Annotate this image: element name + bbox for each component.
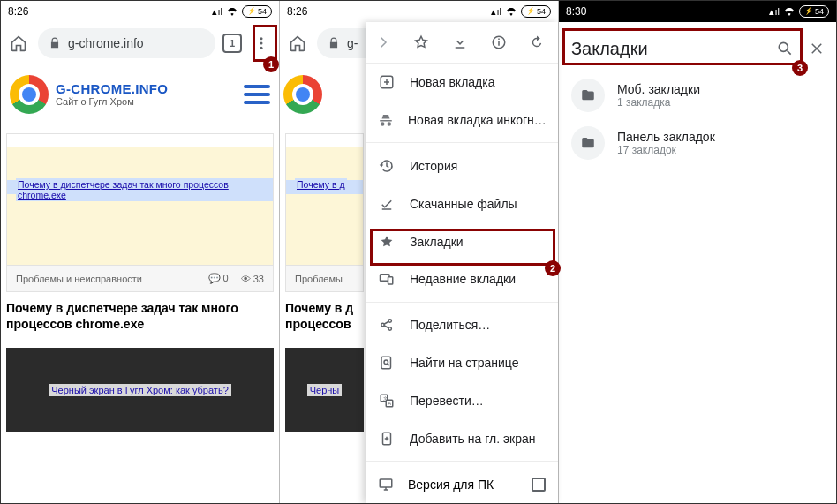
menu-history[interactable]: История — [366, 147, 558, 184]
status-bar: 8:26 ▴ıl 54 — [1, 1, 279, 22]
annotation-box-2 — [370, 229, 555, 266]
site-logo[interactable]: G-CHROME.INFO Сайт о Гугл Хром — [10, 75, 168, 114]
wifi-icon — [505, 7, 517, 16]
annotation-badge-3: 3 — [792, 60, 808, 76]
info-icon[interactable] — [491, 34, 510, 50]
status-time: 8:30 — [566, 5, 586, 18]
svg-rect-12 — [381, 357, 391, 369]
forward-icon[interactable] — [375, 34, 395, 50]
menu-new-tab[interactable]: Новая вкладка — [366, 64, 558, 102]
close-icon[interactable] — [804, 36, 829, 61]
article-card-2[interactable]: Черный экран в Гугл Хром: как убрать? — [6, 348, 274, 432]
share-icon — [378, 316, 396, 334]
site-subtitle: Сайт о Гугл Хром — [56, 96, 168, 108]
comments-icon: 💬 0 — [208, 273, 229, 284]
status-bar: 8:30 ▴ıl 54 — [559, 1, 836, 22]
url-bar[interactable]: g-chrome.info — [38, 28, 215, 58]
url-text: g- — [347, 36, 358, 50]
menu-share[interactable]: Поделиться… — [366, 306, 558, 344]
battery-icon: 54 — [242, 5, 272, 18]
article-card[interactable]: Почему в диспетчере задач так много проц… — [6, 133, 274, 292]
monitor-icon — [378, 477, 394, 493]
article-category: Проблемы и неисправности — [16, 274, 142, 284]
menu-incognito[interactable]: Новая вкладка инкогн… — [366, 102, 558, 139]
home-icon[interactable] — [285, 31, 310, 56]
folder-title: Моб. закладки — [617, 82, 700, 96]
menu-translate[interactable]: 文A Перевести… — [366, 381, 558, 419]
translate-icon: 文A — [378, 392, 396, 410]
site-menu-icon[interactable] — [244, 85, 270, 104]
signal-icon: ▴ıl — [212, 6, 222, 18]
battery-icon: 54 — [799, 5, 829, 18]
page-behind-menu: Почему в д Проблемы Почему в д процессов… — [280, 64, 366, 503]
chrome-logo-icon — [283, 75, 322, 114]
folder-icon — [571, 79, 605, 112]
chrome-logo-icon — [10, 75, 49, 114]
url-text: g-chrome.info — [68, 36, 144, 50]
chrome-toolbar: g-chrome.info 1 — [1, 22, 279, 64]
pane-step1: 8:26 ▴ıl 54 g-chrome.info 1 1 — [1, 1, 280, 503]
menu-toolbar — [366, 22, 558, 64]
star-icon[interactable] — [413, 34, 433, 50]
article-thumbnail: Почему в диспетчере задач так много проц… — [6, 133, 274, 266]
incognito-icon — [378, 111, 394, 129]
folder-subtitle: 17 закладок — [617, 144, 715, 156]
download-icon[interactable] — [452, 34, 471, 50]
find-icon — [378, 354, 396, 372]
menu-desktop-site[interactable]: Версия для ПК — [366, 465, 558, 503]
reload-icon[interactable] — [529, 34, 548, 50]
menu-find[interactable]: Найти на странице — [366, 344, 558, 382]
svg-rect-4 — [498, 41, 500, 45]
status-icons: ▴ıl 54 — [491, 5, 551, 18]
svg-point-10 — [388, 320, 391, 322]
battery-icon: 54 — [521, 5, 551, 18]
svg-rect-19 — [380, 479, 392, 487]
tab-switcher[interactable]: 1 — [222, 34, 242, 53]
site-title: G-CHROME.INFO — [56, 81, 168, 96]
lock-icon — [49, 37, 61, 49]
svg-point-11 — [388, 327, 391, 330]
status-icons: ▴ıl 54 — [769, 5, 829, 18]
status-time: 8:26 — [287, 5, 307, 18]
folder-subtitle: 1 закладка — [617, 96, 700, 109]
download-done-icon — [378, 195, 396, 213]
lock-icon — [328, 37, 340, 49]
status-time: 8:26 — [8, 5, 28, 18]
svg-rect-5 — [498, 38, 500, 40]
home-icon[interactable] — [6, 31, 31, 56]
thumbnail2-caption: Черный экран в Гугл Хром: как убрать? — [49, 384, 231, 396]
wifi-icon — [226, 7, 238, 16]
add-home-icon — [378, 430, 396, 448]
menu-recent-tabs[interactable]: Недавние вкладки — [366, 260, 558, 298]
folder-title: Панель закладок — [617, 130, 715, 144]
wifi-icon — [783, 7, 796, 16]
article-title[interactable]: Почему в диспетчере задач так много проц… — [1, 292, 279, 332]
pane-step3: 8:30 ▴ıl 54 Закладки 3 Моб. закладки 1 з… — [559, 1, 836, 503]
annotation-box-3 — [562, 28, 803, 65]
article-meta: Проблемы и неисправности 💬 0 👁 33 — [6, 266, 274, 292]
bookmark-folder[interactable]: Моб. закладки 1 закладка — [559, 71, 836, 119]
desktop-checkbox[interactable] — [532, 478, 546, 492]
svg-text:A: A — [388, 401, 392, 406]
svg-rect-8 — [388, 277, 393, 284]
bookmark-folder[interactable]: Панель закладок 17 закладок — [559, 119, 836, 167]
pane-step2: 8:26 ▴ıl 54 g- Почему в д Проблемы Поче — [280, 1, 559, 503]
signal-icon: ▴ıl — [769, 6, 780, 18]
folder-icon — [571, 126, 605, 160]
article2-thumbnail: Черный экран в Гугл Хром: как убрать? — [6, 348, 274, 432]
views-icon: 👁 33 — [241, 274, 264, 284]
annotation-badge-1: 1 — [263, 56, 279, 72]
devices-icon — [378, 270, 396, 288]
svg-point-9 — [381, 324, 384, 327]
menu-add-home[interactable]: Добавить на гл. экран — [366, 419, 558, 457]
svg-text:文: 文 — [383, 395, 388, 401]
menu-downloads[interactable]: Скачанные файлы — [366, 184, 558, 222]
plus-box-icon — [378, 73, 396, 91]
thumbnail-caption: Почему в диспетчере задач так много проц… — [16, 178, 273, 201]
signal-icon: ▴ıl — [491, 6, 501, 18]
site-header: G-CHROME.INFO Сайт о Гугл Хром — [1, 64, 279, 124]
history-icon — [378, 157, 396, 175]
status-bar: 8:26 ▴ıl 54 — [280, 1, 558, 22]
status-icons: ▴ıl 54 — [212, 5, 272, 18]
annotation-badge-2: 2 — [545, 260, 561, 276]
